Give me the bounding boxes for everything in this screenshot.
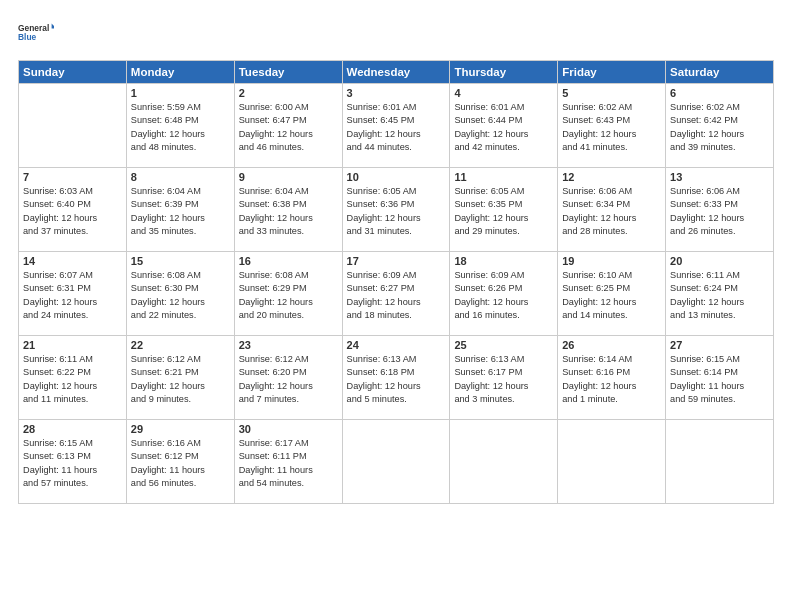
day-number: 20	[670, 255, 769, 267]
calendar-cell: 17Sunrise: 6:09 AM Sunset: 6:27 PM Dayli…	[342, 252, 450, 336]
calendar-cell: 30Sunrise: 6:17 AM Sunset: 6:11 PM Dayli…	[234, 420, 342, 504]
weekday-header-sunday: Sunday	[19, 61, 127, 84]
day-number: 9	[239, 171, 338, 183]
day-info: Sunrise: 5:59 AM Sunset: 6:48 PM Dayligh…	[131, 101, 230, 154]
day-info: Sunrise: 6:00 AM Sunset: 6:47 PM Dayligh…	[239, 101, 338, 154]
day-info: Sunrise: 6:14 AM Sunset: 6:16 PM Dayligh…	[562, 353, 661, 406]
calendar-cell: 27Sunrise: 6:15 AM Sunset: 6:14 PM Dayli…	[666, 336, 774, 420]
calendar-cell: 23Sunrise: 6:12 AM Sunset: 6:20 PM Dayli…	[234, 336, 342, 420]
calendar-cell: 4Sunrise: 6:01 AM Sunset: 6:44 PM Daylig…	[450, 84, 558, 168]
day-info: Sunrise: 6:11 AM Sunset: 6:24 PM Dayligh…	[670, 269, 769, 322]
day-number: 19	[562, 255, 661, 267]
day-number: 24	[347, 339, 446, 351]
day-number: 7	[23, 171, 122, 183]
day-number: 11	[454, 171, 553, 183]
day-info: Sunrise: 6:01 AM Sunset: 6:44 PM Dayligh…	[454, 101, 553, 154]
svg-text:General: General	[18, 23, 49, 33]
calendar-cell: 19Sunrise: 6:10 AM Sunset: 6:25 PM Dayli…	[558, 252, 666, 336]
calendar-cell: 11Sunrise: 6:05 AM Sunset: 6:35 PM Dayli…	[450, 168, 558, 252]
day-info: Sunrise: 6:07 AM Sunset: 6:31 PM Dayligh…	[23, 269, 122, 322]
calendar-cell: 25Sunrise: 6:13 AM Sunset: 6:17 PM Dayli…	[450, 336, 558, 420]
calendar-cell: 1Sunrise: 5:59 AM Sunset: 6:48 PM Daylig…	[126, 84, 234, 168]
day-info: Sunrise: 6:09 AM Sunset: 6:27 PM Dayligh…	[347, 269, 446, 322]
day-number: 3	[347, 87, 446, 99]
day-info: Sunrise: 6:04 AM Sunset: 6:39 PM Dayligh…	[131, 185, 230, 238]
page-header: General Blue	[18, 14, 774, 50]
calendar-cell: 22Sunrise: 6:12 AM Sunset: 6:21 PM Dayli…	[126, 336, 234, 420]
day-info: Sunrise: 6:01 AM Sunset: 6:45 PM Dayligh…	[347, 101, 446, 154]
day-info: Sunrise: 6:09 AM Sunset: 6:26 PM Dayligh…	[454, 269, 553, 322]
day-number: 26	[562, 339, 661, 351]
weekday-header-saturday: Saturday	[666, 61, 774, 84]
day-number: 30	[239, 423, 338, 435]
calendar-cell: 8Sunrise: 6:04 AM Sunset: 6:39 PM Daylig…	[126, 168, 234, 252]
day-info: Sunrise: 6:16 AM Sunset: 6:12 PM Dayligh…	[131, 437, 230, 490]
day-number: 12	[562, 171, 661, 183]
day-number: 8	[131, 171, 230, 183]
calendar-cell: 20Sunrise: 6:11 AM Sunset: 6:24 PM Dayli…	[666, 252, 774, 336]
weekday-header-monday: Monday	[126, 61, 234, 84]
calendar-cell: 3Sunrise: 6:01 AM Sunset: 6:45 PM Daylig…	[342, 84, 450, 168]
day-number: 29	[131, 423, 230, 435]
calendar-cell: 29Sunrise: 6:16 AM Sunset: 6:12 PM Dayli…	[126, 420, 234, 504]
day-number: 23	[239, 339, 338, 351]
calendar-cell: 6Sunrise: 6:02 AM Sunset: 6:42 PM Daylig…	[666, 84, 774, 168]
day-number: 15	[131, 255, 230, 267]
calendar-cell	[342, 420, 450, 504]
day-info: Sunrise: 6:13 AM Sunset: 6:17 PM Dayligh…	[454, 353, 553, 406]
day-info: Sunrise: 6:15 AM Sunset: 6:13 PM Dayligh…	[23, 437, 122, 490]
day-info: Sunrise: 6:10 AM Sunset: 6:25 PM Dayligh…	[562, 269, 661, 322]
day-info: Sunrise: 6:17 AM Sunset: 6:11 PM Dayligh…	[239, 437, 338, 490]
day-number: 28	[23, 423, 122, 435]
day-info: Sunrise: 6:08 AM Sunset: 6:29 PM Dayligh…	[239, 269, 338, 322]
day-number: 6	[670, 87, 769, 99]
weekday-header-tuesday: Tuesday	[234, 61, 342, 84]
day-info: Sunrise: 6:02 AM Sunset: 6:43 PM Dayligh…	[562, 101, 661, 154]
calendar-cell: 21Sunrise: 6:11 AM Sunset: 6:22 PM Dayli…	[19, 336, 127, 420]
day-number: 13	[670, 171, 769, 183]
day-number: 17	[347, 255, 446, 267]
calendar-table: SundayMondayTuesdayWednesdayThursdayFrid…	[18, 60, 774, 504]
logo-svg: General Blue	[18, 14, 54, 50]
day-info: Sunrise: 6:04 AM Sunset: 6:38 PM Dayligh…	[239, 185, 338, 238]
day-info: Sunrise: 6:03 AM Sunset: 6:40 PM Dayligh…	[23, 185, 122, 238]
day-number: 27	[670, 339, 769, 351]
calendar-cell: 14Sunrise: 6:07 AM Sunset: 6:31 PM Dayli…	[19, 252, 127, 336]
day-number: 16	[239, 255, 338, 267]
day-info: Sunrise: 6:06 AM Sunset: 6:34 PM Dayligh…	[562, 185, 661, 238]
calendar-cell: 9Sunrise: 6:04 AM Sunset: 6:38 PM Daylig…	[234, 168, 342, 252]
day-info: Sunrise: 6:02 AM Sunset: 6:42 PM Dayligh…	[670, 101, 769, 154]
logo: General Blue	[18, 14, 54, 50]
day-info: Sunrise: 6:08 AM Sunset: 6:30 PM Dayligh…	[131, 269, 230, 322]
day-number: 18	[454, 255, 553, 267]
calendar-cell: 18Sunrise: 6:09 AM Sunset: 6:26 PM Dayli…	[450, 252, 558, 336]
day-info: Sunrise: 6:05 AM Sunset: 6:36 PM Dayligh…	[347, 185, 446, 238]
calendar-cell: 16Sunrise: 6:08 AM Sunset: 6:29 PM Dayli…	[234, 252, 342, 336]
day-number: 5	[562, 87, 661, 99]
day-info: Sunrise: 6:13 AM Sunset: 6:18 PM Dayligh…	[347, 353, 446, 406]
day-number: 10	[347, 171, 446, 183]
calendar-cell	[558, 420, 666, 504]
day-number: 14	[23, 255, 122, 267]
weekday-header-thursday: Thursday	[450, 61, 558, 84]
day-number: 25	[454, 339, 553, 351]
calendar-cell: 7Sunrise: 6:03 AM Sunset: 6:40 PM Daylig…	[19, 168, 127, 252]
day-info: Sunrise: 6:15 AM Sunset: 6:14 PM Dayligh…	[670, 353, 769, 406]
calendar-cell: 5Sunrise: 6:02 AM Sunset: 6:43 PM Daylig…	[558, 84, 666, 168]
calendar-cell: 2Sunrise: 6:00 AM Sunset: 6:47 PM Daylig…	[234, 84, 342, 168]
day-info: Sunrise: 6:05 AM Sunset: 6:35 PM Dayligh…	[454, 185, 553, 238]
day-number: 4	[454, 87, 553, 99]
day-info: Sunrise: 6:11 AM Sunset: 6:22 PM Dayligh…	[23, 353, 122, 406]
calendar-cell: 28Sunrise: 6:15 AM Sunset: 6:13 PM Dayli…	[19, 420, 127, 504]
day-number: 1	[131, 87, 230, 99]
calendar-cell: 15Sunrise: 6:08 AM Sunset: 6:30 PM Dayli…	[126, 252, 234, 336]
svg-marker-2	[52, 24, 54, 29]
day-number: 21	[23, 339, 122, 351]
weekday-header-friday: Friday	[558, 61, 666, 84]
day-info: Sunrise: 6:12 AM Sunset: 6:20 PM Dayligh…	[239, 353, 338, 406]
calendar-cell: 26Sunrise: 6:14 AM Sunset: 6:16 PM Dayli…	[558, 336, 666, 420]
calendar-cell	[666, 420, 774, 504]
calendar-cell	[19, 84, 127, 168]
calendar-cell: 13Sunrise: 6:06 AM Sunset: 6:33 PM Dayli…	[666, 168, 774, 252]
day-number: 22	[131, 339, 230, 351]
